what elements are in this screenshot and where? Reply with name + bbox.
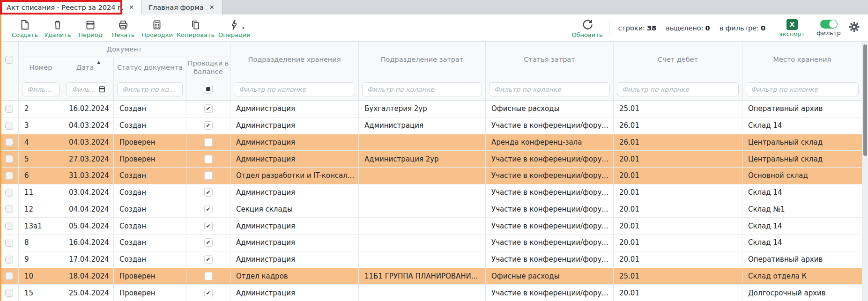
filter-input-status[interactable]: [121, 85, 178, 94]
column-header-posted[interactable]: Проводки в балансе: [186, 57, 230, 78]
indeterminate-mark: [206, 87, 210, 91]
posted-checkbox[interactable]: [204, 171, 213, 180]
vertical-scrollbar[interactable]: [862, 42, 868, 301]
operations-button[interactable]: ▾Операции: [218, 18, 251, 38]
table-row[interactable]: 917.04.2024Создан✔АдминистрацияУчастие в…: [0, 251, 868, 268]
period-button[interactable]: Период: [76, 18, 105, 38]
row-select-cell: [0, 134, 19, 151]
table-row[interactable]: 1204.04.2024Создан✔Секция складыУчастие …: [0, 201, 868, 218]
cell-status: Создан: [114, 201, 186, 218]
filter-input-box: [489, 82, 610, 96]
close-icon[interactable]: ✕: [208, 4, 215, 11]
create-label: Создать: [12, 32, 38, 38]
column-group-document: Документ: [19, 42, 230, 57]
column-header-date[interactable]: Дата ▲: [63, 57, 114, 78]
filter-input-box: [117, 82, 183, 96]
refresh-icon: [581, 18, 594, 31]
posted-checkbox[interactable]: ✔: [204, 222, 213, 230]
column-header-debit[interactable]: Счет дебет: [614, 42, 742, 78]
period-label: Период: [78, 32, 102, 38]
filter-input-date[interactable]: [71, 85, 96, 94]
posted-checkbox[interactable]: ✔: [204, 255, 213, 264]
posted-checkbox[interactable]: ✔: [204, 121, 213, 130]
gear-icon[interactable]: [848, 21, 861, 35]
filter-input-location[interactable]: [750, 85, 854, 94]
posted-checkbox[interactable]: ✔: [204, 238, 213, 247]
row-select-checkbox[interactable]: [5, 138, 13, 146]
export-button[interactable]: Xэкспорт: [778, 19, 807, 37]
posted-checkbox[interactable]: [204, 138, 213, 147]
cell-debit: 20.01: [614, 201, 742, 218]
postings-button[interactable]: Проводки: [141, 18, 173, 38]
table-row[interactable]: 1525.04.2024Проверен✔АдминистрацияУчасти…: [0, 285, 868, 301]
row-select-checkbox[interactable]: [5, 239, 13, 247]
row-select-checkbox[interactable]: [5, 122, 13, 130]
posted-checkbox[interactable]: ✔: [204, 104, 213, 113]
table-row[interactable]: 304.03.2024Создан✔АдминистрацияАдминистр…: [0, 117, 868, 134]
row-select-checkbox[interactable]: [5, 172, 13, 180]
row-select-checkbox[interactable]: [5, 155, 13, 163]
cell-location: Склад 14: [742, 117, 862, 134]
filter-input-cost_item[interactable]: [493, 85, 606, 94]
create-button[interactable]: Создать: [10, 18, 39, 38]
row-select-checkbox[interactable]: [5, 289, 13, 297]
tab-glavnaya-forma[interactable]: Главная форма ✕: [142, 0, 222, 15]
cell-status: Создан: [114, 251, 186, 268]
row-select-checkbox[interactable]: [5, 105, 13, 113]
column-header-dept-storage[interactable]: Подразделение хранения: [230, 42, 359, 78]
cell-cost_item: Участие в конференции/фору...: [486, 184, 614, 201]
row-select-checkbox[interactable]: [5, 205, 13, 213]
table-row[interactable]: 13а105.04.2024Создан✔АдминистрацияУчасти…: [0, 218, 868, 235]
row-select-checkbox[interactable]: [5, 222, 13, 230]
filter-input-dept_storage[interactable]: [238, 85, 351, 94]
cell-cost_item: Участие в конференции/фору...: [486, 201, 614, 218]
column-header-cost-item[interactable]: Статья затрат: [486, 42, 614, 78]
cell-dept_cost: Бухгалтерия 2ур: [359, 101, 486, 117]
print-button[interactable]: Печать: [109, 18, 138, 38]
cell-number: 9: [19, 251, 63, 268]
posted-checkbox[interactable]: [204, 272, 213, 280]
cell-dept_storage: Администрация: [230, 218, 359, 235]
filter-input-debit[interactable]: [621, 85, 734, 94]
calendar-icon[interactable]: [98, 85, 106, 93]
column-header-dept-cost[interactable]: Подразделение затрат: [359, 42, 486, 78]
column-header-status[interactable]: Статус документа: [114, 57, 186, 78]
close-icon[interactable]: ✕: [128, 4, 135, 11]
check-icon: ✔: [206, 106, 210, 111]
scrollbar-thumb[interactable]: [863, 44, 867, 156]
row-select-cell: [0, 101, 19, 117]
row-select-checkbox[interactable]: [5, 272, 13, 280]
refresh-button[interactable]: Обновить: [571, 18, 602, 38]
row-select-cell: [0, 268, 19, 285]
table-row[interactable]: 404.03.2024ПроверенАдминистрацияАренда к…: [0, 134, 868, 151]
copy-button[interactable]: Копировать: [177, 18, 215, 38]
table-row[interactable]: 1103.04.2024Создан✔АдминистрацияУчастие …: [0, 184, 868, 201]
table-row[interactable]: 1018.04.2024ПроверенОтдел кадров11Б1 ГРУ…: [0, 268, 868, 285]
table-row[interactable]: 216.02.2024Создан✔АдминистрацияБухгалтер…: [0, 101, 868, 117]
cell-date: 03.04.2024: [63, 184, 114, 201]
posted-checkbox[interactable]: ✔: [204, 289, 213, 297]
cell-location: Центральный склад: [742, 134, 862, 151]
filter-input-dept_cost[interactable]: [366, 85, 478, 94]
column-header-number[interactable]: Номер: [19, 57, 63, 78]
delete-button[interactable]: Удалить: [43, 18, 72, 38]
table-row[interactable]: 527.03.2024ПроверенАдминистрацияАдминист…: [0, 151, 868, 168]
select-all-checkbox[interactable]: [5, 56, 13, 64]
column-header-location[interactable]: Место хранения: [742, 42, 862, 78]
posted-filter-checkbox[interactable]: [204, 85, 213, 94]
table-row[interactable]: 816.04.2024Создан✔АдминистрацияУчастие в…: [0, 235, 868, 251]
row-select-checkbox[interactable]: [5, 256, 13, 264]
filter-toggle[interactable]: фильтр: [814, 20, 843, 37]
filter-input-number[interactable]: [26, 85, 55, 94]
filter-cell-debit: [614, 78, 742, 101]
posted-checkbox[interactable]: [204, 155, 213, 163]
tab-act-spisaniya[interactable]: Акт списания - Реестр за 2024 г. ✕: [0, 0, 142, 15]
table-row[interactable]: 631.03.2024СозданОтдел разработки и IT-к…: [0, 168, 868, 184]
posted-checkbox[interactable]: ✔: [204, 205, 213, 213]
cell-dept_cost: [359, 218, 486, 235]
cell-number: 3: [19, 117, 63, 134]
filter-input-box: [617, 82, 739, 96]
posted-checkbox[interactable]: ✔: [204, 188, 213, 197]
cell-status: Проверен: [114, 134, 186, 151]
row-select-checkbox[interactable]: [5, 189, 13, 197]
